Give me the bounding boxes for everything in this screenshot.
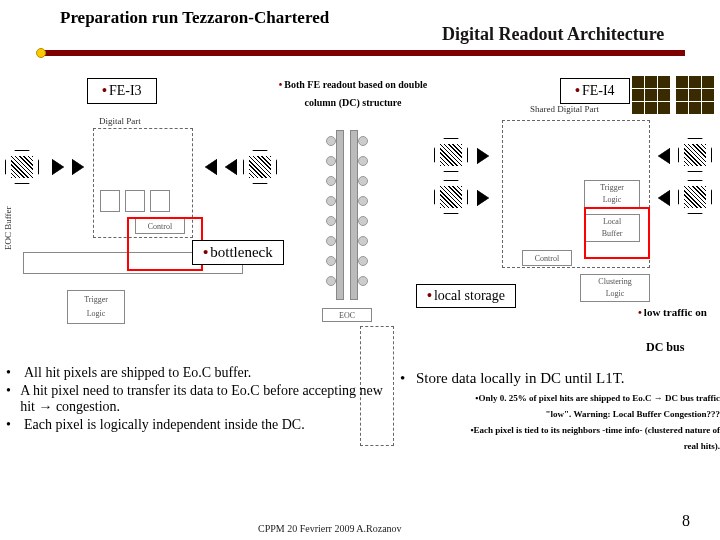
title-underline xyxy=(40,50,685,56)
list-item: •Only 0. 25% of pixel hits are shipped t… xyxy=(400,393,720,403)
list-item: real hits). xyxy=(400,441,720,451)
title-left: Preparation run Tezzaron-Chartered xyxy=(60,8,329,28)
bullet-text: A hit pixel need to transfer its data to… xyxy=(20,383,386,415)
bullet-icon: • xyxy=(638,306,642,318)
title-underline-dot xyxy=(36,48,46,58)
list-item: •All hit pixels are shipped to Eo.C buff… xyxy=(6,365,386,381)
left-bullet-list: •All hit pixels are shipped to Eo.C buff… xyxy=(6,365,386,435)
fei4-diagram: Shared Digital Part Trigger Logic Local … xyxy=(430,102,720,312)
bullet-icon: • xyxy=(279,79,283,90)
bullet-icon: • xyxy=(427,288,432,303)
bullet-text: All hit pixels are shipped to Eo.C buffe… xyxy=(24,365,251,381)
fei4-label-box: •FE-I4 xyxy=(560,78,630,104)
list-item: •A hit pixel need to transfer its data t… xyxy=(6,383,386,415)
right-bullet-list: •Store data locally in DC until L1T. •On… xyxy=(400,370,720,457)
shared-digital-label: Shared Digital Part xyxy=(530,104,599,114)
list-item: •Store data locally in DC until L1T. xyxy=(400,370,720,387)
low-traffic-text: low traffic on xyxy=(644,306,707,318)
digital-part-label: Digital Part xyxy=(99,116,141,126)
low-traffic-note: •low traffic on xyxy=(638,306,707,318)
bullet-icon: • xyxy=(203,244,208,260)
bullet-icon: • xyxy=(575,83,580,98)
double-column-diagram: EOC xyxy=(286,130,426,360)
trigger-logic-block: Trigger Logic xyxy=(67,290,125,324)
page-number: 8 xyxy=(682,512,690,530)
eoc-block: EOC xyxy=(322,308,372,322)
title-right: Digital Readout Architecture xyxy=(442,24,664,45)
bullet-text: real hits). xyxy=(684,441,720,451)
fei3-diagram: Digital Part Control EOC Buffer Trigger … xyxy=(5,120,283,340)
bullet-text: "low". Warning: Local Buffer Congestion?… xyxy=(546,409,720,419)
bottleneck-label-box: •bottleneck xyxy=(192,240,284,265)
footer-text: CPPM 20 Fevrierr 2009 A.Rozanov xyxy=(258,523,402,534)
eoc-buffer-label: EOC Buffer xyxy=(3,206,13,250)
fei4-label: FE-I4 xyxy=(582,83,615,98)
fei3-label-box: •FE-I3 xyxy=(87,78,157,104)
list-item: •Each pixel is logically independent ins… xyxy=(6,417,386,433)
list-item: "low". Warning: Local Buffer Congestion?… xyxy=(400,409,720,419)
local-storage-label-box: •local storage xyxy=(416,284,516,308)
clustering-logic-block: Clustering Logic xyxy=(580,274,650,302)
center-desc-line1: Both FE readout based on double xyxy=(284,79,427,90)
bullet-text: Each pixel is tied to its neighbors -tim… xyxy=(474,425,720,435)
bullet-icon: • xyxy=(102,83,107,98)
local-storage-label: local storage xyxy=(434,288,505,303)
dc-bus-note: DC bus xyxy=(646,340,684,355)
center-desc-line2: column (DC) structure xyxy=(253,94,453,112)
bottleneck-label: bottleneck xyxy=(210,244,272,260)
fei3-label: FE-I3 xyxy=(109,83,142,98)
list-item: •Each pixel is tied to its neighbors -ti… xyxy=(400,425,720,435)
bullet-text: Each pixel is logically independent insi… xyxy=(24,417,305,433)
center-description: •Both FE readout based on double column … xyxy=(253,76,453,112)
bullet-text: Store data locally in DC until L1T. xyxy=(416,370,624,387)
bullet-text: Only 0. 25% of pixel hits are shipped to… xyxy=(478,393,720,403)
